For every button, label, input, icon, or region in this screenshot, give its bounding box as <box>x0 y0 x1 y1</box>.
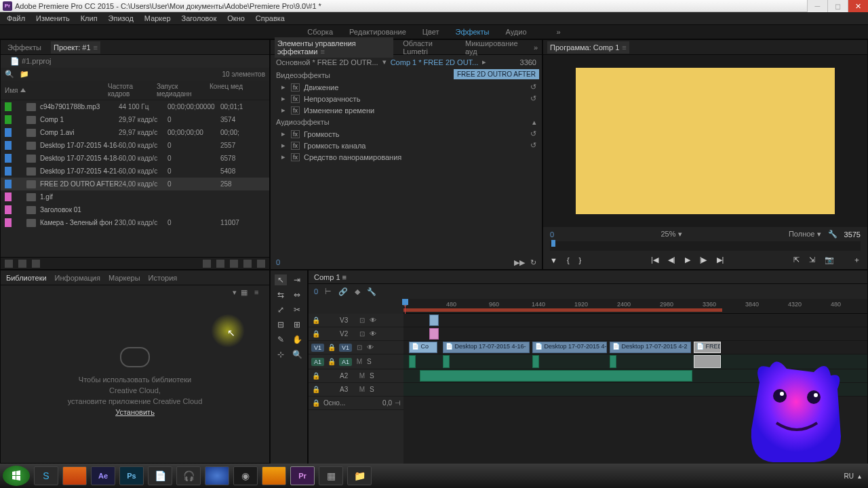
tab-project[interactable]: Проект: #1≡ <box>51 41 100 54</box>
clip[interactable] <box>429 314 439 326</box>
menu-help[interactable]: Справка <box>252 13 289 24</box>
ws-editing[interactable]: Редактирование <box>349 28 406 36</box>
new-item-icon[interactable] <box>243 260 252 268</box>
snap-icon[interactable]: ⊢ <box>325 287 332 296</box>
panel-overflow-icon[interactable]: » <box>534 43 538 52</box>
minimize-button[interactable]: ─ <box>807 0 827 12</box>
selection-tool-icon[interactable]: ↖ <box>275 274 287 285</box>
timeline-clip[interactable] <box>409 355 416 368</box>
effect-row[interactable]: ▸fxСредство панорамирования <box>276 151 536 163</box>
taskbar-explorer[interactable]: 📁 <box>347 466 372 485</box>
tray-lang[interactable]: RU <box>844 472 854 480</box>
grid-view-icon[interactable]: ▦ <box>241 288 250 298</box>
menu-title[interactable]: Заголовок <box>178 13 221 24</box>
track-header-a3[interactable]: 🔒A3MS <box>309 383 403 396</box>
list-view-icon[interactable]: ≡ <box>254 288 264 298</box>
goto-in-icon[interactable]: |◀ <box>651 256 658 264</box>
tab-effects[interactable]: Эффекты <box>5 41 44 54</box>
effect-row[interactable]: ▸fxИзменение времени <box>276 104 536 116</box>
list-view-icon[interactable] <box>5 260 13 268</box>
icon-view-icon[interactable] <box>18 260 26 268</box>
effect-row[interactable]: ▸fxНепрозрачность↺ <box>276 93 536 104</box>
razor-tool-icon[interactable]: ✂ <box>291 304 303 315</box>
add-marker-icon[interactable]: ▼ <box>550 256 557 264</box>
taskbar-firefox[interactable] <box>62 466 87 485</box>
close-button[interactable]: ✕ <box>848 0 868 12</box>
program-playhead[interactable] <box>551 240 555 247</box>
timeline-clip[interactable]: 📄 FREE <box>694 342 721 353</box>
auto-sequence-icon[interactable] <box>203 260 211 268</box>
program-canvas[interactable] <box>576 68 835 214</box>
quality-select[interactable]: Полное ▾ <box>789 230 821 239</box>
project-list[interactable]: c94b7901788b.mp344 100 Гц00;00;00;000000… <box>1 100 269 257</box>
loop-icon[interactable]: ↻ <box>530 258 536 267</box>
find-icon[interactable] <box>216 260 224 268</box>
ws-overflow[interactable]: » <box>557 28 561 36</box>
taskbar-bandicam[interactable] <box>262 466 286 485</box>
start-button[interactable] <box>3 466 30 486</box>
settings-icon[interactable]: 🔧 <box>367 287 376 296</box>
rate-stretch-tool-icon[interactable]: ⤢ <box>275 304 287 315</box>
taskbar-ps[interactable]: Ps <box>119 466 144 485</box>
menu-sequence[interactable]: Эпизод <box>104 13 138 24</box>
menu-edit[interactable]: Изменить <box>32 13 74 24</box>
tab-info[interactable]: Информация <box>55 274 100 282</box>
sort-asc-icon[interactable] <box>20 88 26 92</box>
timeline-clip[interactable] <box>532 355 539 368</box>
timeline-clip[interactable] <box>694 355 721 368</box>
timeline-clip[interactable]: 📄 Desktop 17-07-2015 4-2 <box>610 342 691 353</box>
timeline-clip[interactable]: 📄 Desktop 17-07-2015 4-1 <box>532 342 607 353</box>
menu-file[interactable]: Файл <box>3 13 29 24</box>
pen-tool-icon[interactable]: ✎ <box>275 334 287 345</box>
track-header-master[interactable]: 🔒Осно...0,0⊣ <box>309 396 403 410</box>
freeform-icon[interactable] <box>32 260 40 268</box>
zoom-select[interactable]: 25% ▾ <box>660 230 682 239</box>
lift-icon[interactable]: ⇱ <box>793 256 800 264</box>
track-header-v1[interactable]: V1🔒V1⊡👁 <box>309 341 403 354</box>
project-item[interactable]: Comp 1.avi29,97 кадр/с00;00;00;0000;00; <box>1 126 269 139</box>
timeline-clip[interactable]: 📄 Desktop 17-07-2015 4-16- <box>443 342 530 353</box>
timeline-clip[interactable]: 📄 Co <box>409 342 437 353</box>
ws-audio[interactable]: Аудио <box>505 28 526 36</box>
tab-libraries[interactable]: Библиотеки <box>6 274 47 282</box>
slide-tool-icon[interactable]: ⊞ <box>291 319 303 330</box>
mark-out-icon[interactable]: } <box>579 256 582 264</box>
tab-lumetri[interactable]: Области Lumetri <box>400 37 456 58</box>
menu-marker[interactable]: Маркер <box>140 13 175 24</box>
tab-effect-controls[interactable]: Элементы управления эффектами≡ <box>275 37 393 58</box>
timeline-ruler[interactable]: 04809601440192024002980336038404320480 <box>403 299 867 314</box>
timeline-tracks[interactable]: 📄 Co📄 Desktop 17-07-2015 4-16-📄 Desktop … <box>403 314 867 476</box>
mark-in-icon[interactable]: { <box>567 256 570 264</box>
timeline-clip[interactable] <box>443 355 450 368</box>
tab-program[interactable]: Программа: Comp 1≡ <box>547 41 629 54</box>
taskbar-audio[interactable]: 🎧 <box>176 466 201 485</box>
program-timebar[interactable] <box>550 241 861 251</box>
lib-dropdown[interactable]: ▾ <box>233 288 237 298</box>
track-header-a1[interactable]: A1🔒A1MS <box>309 354 403 369</box>
tab-audio-mixer[interactable]: Микширование ауд <box>462 37 527 58</box>
ws-assembly[interactable]: Сборка <box>307 28 333 36</box>
taskbar-premiere[interactable]: Pr <box>290 466 315 485</box>
work-area[interactable] <box>403 308 722 312</box>
menu-window[interactable]: Окно <box>223 13 249 24</box>
program-tc-left[interactable]: 0 <box>550 230 554 239</box>
menu-clip[interactable]: Клип <box>77 13 102 24</box>
linked-sel-icon[interactable]: 🔗 <box>338 287 348 296</box>
taskbar-ae[interactable]: Ae <box>91 466 115 485</box>
type-tool-icon[interactable]: ⊹ <box>275 349 287 360</box>
track-header-v2[interactable]: 🔒V2⊡👁 <box>309 327 403 341</box>
tab-markers[interactable]: Маркеры <box>108 274 140 282</box>
track-select-tool-icon[interactable]: ⇥ <box>291 274 303 285</box>
sequence-tab[interactable]: Comp 1 ≡ <box>314 273 347 281</box>
project-item[interactable]: Заголовок 01 <box>1 203 269 216</box>
ws-effects[interactable]: Эффекты <box>455 28 489 36</box>
clip[interactable] <box>429 328 439 340</box>
search-icon[interactable]: 🔍 <box>5 70 14 79</box>
goto-out-icon[interactable]: ▶| <box>717 256 724 264</box>
track-header-a2[interactable]: 🔒A2MS <box>309 369 403 383</box>
track-header-v3[interactable]: 🔒V3⊡👁 <box>309 314 403 327</box>
taskbar-obs[interactable]: ◉ <box>233 466 258 485</box>
step-fwd-icon[interactable]: |▶ <box>700 256 707 264</box>
timeline-tc[interactable]: 0 <box>314 287 318 296</box>
effect-row[interactable]: ▸fxГромкость↺ <box>276 128 536 140</box>
